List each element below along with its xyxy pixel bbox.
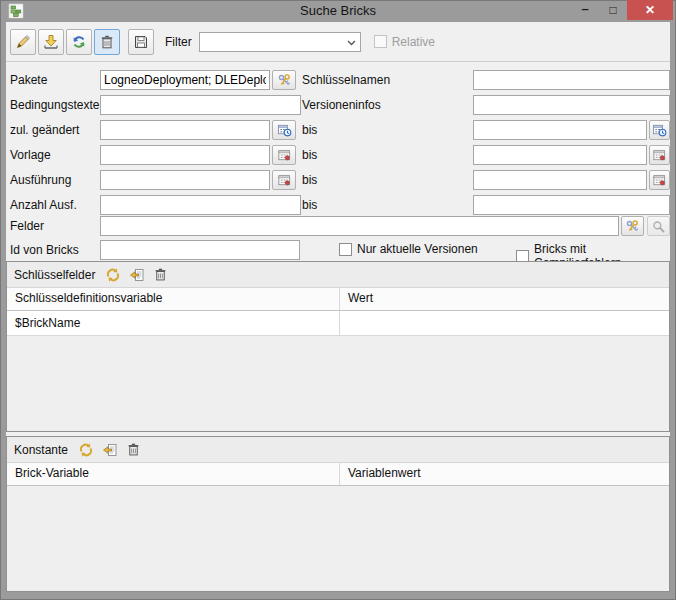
- import-icon: [43, 34, 59, 50]
- ausfuehrung-von-input[interactable]: [100, 170, 270, 190]
- delete-icon: [153, 267, 168, 282]
- run-search-button[interactable]: [10, 29, 36, 55]
- ausfuehrung-bis-date-button[interactable]: [649, 170, 670, 190]
- vorlage-bis-input[interactable]: [473, 145, 647, 165]
- filter-combobox[interactable]: [199, 32, 361, 52]
- calendar-icon: [652, 148, 667, 163]
- reload-icon: [105, 267, 121, 283]
- form-row-anzahl-ausf: Anzahl Ausf. bis: [6, 195, 670, 215]
- refresh-icon: [71, 34, 87, 50]
- nur-aktuelle-versionen-checkbox[interactable]: Nur aktuelle Versionen: [339, 242, 478, 256]
- run-search-icon: [15, 34, 31, 50]
- delete-icon: [126, 442, 141, 457]
- search-form: Pakete Schlüsselnamen Bed: [6, 62, 670, 261]
- refresh-button[interactable]: [66, 29, 92, 55]
- nur-aktuelle-versionen-label: Nur aktuelle Versionen: [357, 242, 478, 256]
- ausfuehrung-bis-label: bis: [302, 173, 317, 187]
- window: Suche Bricks – □ ✕: [0, 0, 676, 600]
- zul-geaendert-label: zul. geändert: [10, 123, 79, 137]
- column-header-schluesseldefinitionsvariable[interactable]: Schlüsseldefinitionsvariable: [7, 288, 340, 310]
- zul-geaendert-von-input[interactable]: [100, 120, 270, 140]
- maximize-button[interactable]: □: [599, 0, 627, 20]
- konstante-panel: Konstante: [6, 436, 670, 592]
- vorlage-label: Vorlage: [10, 148, 51, 162]
- titlebar[interactable]: Suche Bricks – □ ✕: [0, 0, 676, 22]
- vorlage-bis-date-button[interactable]: [649, 145, 670, 165]
- save-icon: [133, 34, 149, 50]
- column-header-wert[interactable]: Wert: [340, 288, 669, 310]
- import-button[interactable]: [38, 29, 64, 55]
- table-row[interactable]: $BrickName: [7, 311, 669, 336]
- schluesselfelder-title: Schlüsselfelder: [14, 268, 95, 282]
- column-header-variablenwert[interactable]: Variablenwert: [340, 463, 669, 485]
- delete-button[interactable]: [94, 29, 120, 55]
- felder-label: Felder: [10, 219, 44, 233]
- chevron-down-icon: [347, 40, 356, 46]
- calendar-history-icon: [277, 123, 292, 138]
- toolbar: Filter Relative: [6, 22, 670, 62]
- ausfuehrung-bis-input[interactable]: [473, 170, 647, 190]
- delete-icon: [99, 34, 115, 50]
- calendar-icon: [277, 173, 292, 188]
- relative-checkbox-label: Relative: [392, 35, 435, 49]
- konstante-delete-button[interactable]: [124, 440, 143, 459]
- form-row-ausfuehrung: Ausführung bis: [6, 170, 670, 190]
- column-header-brick-variable[interactable]: Brick-Variable: [7, 463, 340, 485]
- form-row-felder: Felder: [6, 216, 670, 236]
- vorlage-bis-label: bis: [302, 148, 317, 162]
- pakete-label: Pakete: [10, 73, 47, 87]
- nur-aktuelle-versionen-checkbox-box[interactable]: [339, 243, 352, 256]
- schluesselfelder-assign-button[interactable]: [127, 265, 146, 284]
- vorlage-date-button[interactable]: [272, 145, 296, 165]
- keys-icon: [625, 219, 640, 234]
- client-area: Filter Relative Pakete: [6, 22, 670, 592]
- anzahl-ausf-label: Anzahl Ausf.: [10, 198, 77, 212]
- felder-search-button: [647, 216, 670, 236]
- zul-geaendert-bis-date-button[interactable]: [649, 120, 670, 140]
- bedingungstexte-input[interactable]: [100, 95, 301, 115]
- cell-wert[interactable]: [340, 311, 669, 335]
- keys-icon: [277, 73, 292, 88]
- ausfuehrung-date-button[interactable]: [272, 170, 296, 190]
- versioneninfos-label: Versioneninfos: [302, 98, 381, 112]
- schluesselfelder-panel: Schlüsselfelder: [6, 261, 670, 432]
- konstante-reload-button[interactable]: [76, 440, 95, 459]
- assign-icon: [102, 442, 118, 458]
- form-row-id-von-bricks: Id von Bricks Nur aktuelle Versionen Bri…: [6, 240, 670, 260]
- pakete-keys-button[interactable]: [272, 70, 296, 90]
- form-row-pakete: Pakete Schlüsselnamen: [6, 70, 670, 90]
- window-controls: – □ ✕: [571, 0, 673, 20]
- zul-geaendert-bis-input[interactable]: [473, 120, 647, 140]
- schluesselnamen-input[interactable]: [473, 70, 670, 90]
- schluesselnamen-label: Schlüsselnamen: [302, 73, 390, 87]
- schluesselfelder-table-header: Schlüsseldefinitionsvariable Wert: [7, 288, 669, 311]
- cell-schluesseldefinitionsvariable[interactable]: $BrickName: [7, 311, 340, 335]
- konstante-header: Konstante: [7, 437, 669, 463]
- versioneninfos-input[interactable]: [473, 95, 670, 115]
- felder-input[interactable]: [100, 216, 619, 236]
- close-button[interactable]: ✕: [627, 0, 673, 20]
- konstante-title: Konstante: [14, 443, 68, 457]
- vorlage-von-input[interactable]: [100, 145, 270, 165]
- calendar-icon: [277, 148, 292, 163]
- minimize-button[interactable]: –: [571, 0, 599, 20]
- schluesselfelder-delete-button[interactable]: [151, 265, 170, 284]
- anzahl-ausf-bis-input[interactable]: [473, 195, 670, 215]
- konstante-assign-button[interactable]: [100, 440, 119, 459]
- save-button[interactable]: [128, 29, 154, 55]
- filter-label: Filter: [165, 35, 192, 49]
- zul-geaendert-date-button[interactable]: [272, 120, 296, 140]
- form-row-zul-geaendert: zul. geändert bis: [6, 120, 670, 140]
- anzahl-ausf-von-input[interactable]: [100, 195, 301, 215]
- id-von-bricks-input[interactable]: [100, 240, 300, 260]
- assign-icon: [129, 267, 145, 283]
- schluesselfelder-reload-button[interactable]: [103, 265, 122, 284]
- felder-keys-button[interactable]: [621, 216, 644, 236]
- form-row-bedingungstexte: Bedingungstexte Versioneninfos: [6, 95, 670, 115]
- konstante-table-header: Brick-Variable Variablenwert: [7, 463, 669, 486]
- pakete-input[interactable]: [100, 70, 270, 90]
- window-title: Suche Bricks: [300, 3, 376, 18]
- bricks-app-icon: [8, 3, 24, 19]
- schluesselfelder-header: Schlüsselfelder: [7, 262, 669, 288]
- id-von-bricks-label: Id von Bricks: [10, 243, 79, 257]
